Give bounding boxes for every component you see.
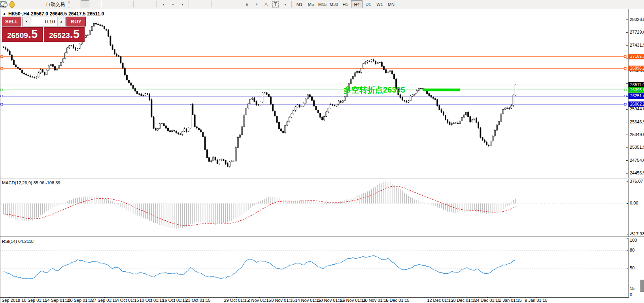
svg-text:80: 80 xyxy=(630,248,635,252)
periods-icon[interactable]: ▾ xyxy=(168,0,177,8)
tile-windows-icon[interactable] xyxy=(123,0,131,8)
autotrading-label[interactable]: 自动交易 xyxy=(46,1,65,8)
timeframe-button-d1[interactable]: D1 xyxy=(363,0,374,8)
time-axis-tick xyxy=(398,297,398,298)
macd-label: MACD(12,26,9) 85.96 -108.39 xyxy=(2,180,60,185)
svg-text:-517.93: -517.93 xyxy=(630,231,644,236)
bar-chart-icon[interactable] xyxy=(71,0,80,8)
vertical-line-icon[interactable] xyxy=(214,0,223,8)
time-axis-tick xyxy=(510,297,511,298)
cursor-icon[interactable] xyxy=(191,0,200,8)
time-axis-tick xyxy=(104,297,105,298)
macd-signal-line xyxy=(4,186,516,226)
crosshair-icon[interactable] xyxy=(201,0,210,8)
volume-input[interactable]: 0.10 xyxy=(30,17,57,26)
auto-scroll-icon[interactable] xyxy=(136,0,145,8)
time-axis-tick xyxy=(376,297,376,298)
svg-text:27431.5: 27431.5 xyxy=(630,43,644,47)
templates-icon[interactable]: ▾ xyxy=(178,0,187,8)
horizontal-line-icon[interactable] xyxy=(224,0,232,8)
time-axis-tick xyxy=(440,297,440,298)
ohlc-low: 26417.5 xyxy=(68,11,85,17)
main-chart[interactable]: 28026.527729.027431.527134.026836.526539… xyxy=(0,9,644,178)
fibonacci-icon[interactable]: F xyxy=(252,0,261,8)
svg-text:376.07: 376.07 xyxy=(630,179,643,184)
app-screen: { "toolbar": { "left_label": "单", "autot… xyxy=(0,0,644,303)
svg-text:15: 15 xyxy=(630,286,635,291)
buy-price-box[interactable]: 26523.5 xyxy=(44,27,85,42)
macd-histogram xyxy=(3,181,516,229)
buy-button[interactable]: BUY xyxy=(66,17,86,27)
rsi-line xyxy=(4,255,516,279)
time-axis-tick xyxy=(283,297,283,298)
buy-price: 26523 xyxy=(49,28,70,43)
candlestick-chart-icon[interactable] xyxy=(81,0,89,8)
autotrading-icon[interactable] xyxy=(36,0,45,8)
zoom-in-icon[interactable] xyxy=(104,0,112,8)
time-axis-tick xyxy=(236,297,237,298)
scrollbar-thumb[interactable] xyxy=(640,280,644,292)
svg-text:26062.2: 26062.2 xyxy=(630,102,644,106)
time-axis-tick xyxy=(34,297,35,298)
sell-price: 26509 xyxy=(7,28,28,43)
svg-text:25944.0: 25944.0 xyxy=(630,106,644,111)
svg-text:25349.0: 25349.0 xyxy=(630,132,644,137)
profiles-icon[interactable] xyxy=(17,0,26,8)
svg-text:26896.2: 26896.2 xyxy=(630,66,644,70)
volume-down-button[interactable]: ▼ xyxy=(23,17,30,26)
highlight-bar[interactable] xyxy=(423,89,460,91)
svg-text:24754.0: 24754.0 xyxy=(630,158,644,163)
pane-separator[interactable] xyxy=(0,179,644,179)
search-icon[interactable] xyxy=(623,0,632,8)
top-toolbar: 单 自动交易 ▾ ▾ ▾ E F A T ▾ M1M5M15M30H1H4D1W… xyxy=(0,0,644,9)
timeframe-button-h1[interactable]: H1 xyxy=(340,0,351,8)
zoom-out-icon[interactable] xyxy=(113,0,122,8)
trendline-icon[interactable] xyxy=(233,0,242,8)
svg-text:28026.5: 28026.5 xyxy=(630,17,644,22)
pane-separator[interactable] xyxy=(0,237,644,237)
channel-icon[interactable]: E xyxy=(243,0,251,8)
timeframe-button-m15[interactable]: M15 xyxy=(317,0,328,8)
indicators-icon[interactable]: ▾ xyxy=(159,0,168,8)
chat-icon[interactable] xyxy=(633,0,641,8)
timeframe-button-m30[interactable]: M30 xyxy=(328,0,340,8)
macd-pane[interactable]: 376.070.00-517.93 xyxy=(0,179,644,237)
new-order-icon[interactable] xyxy=(8,0,16,8)
time-axis-tick xyxy=(152,297,152,298)
timeframe-button-mn[interactable]: MN xyxy=(385,0,397,8)
svg-text:25646.5: 25646.5 xyxy=(630,119,644,124)
timeframe-button-m1[interactable]: M1 xyxy=(294,0,305,8)
time-axis-label: 9 Jan 01:15 xyxy=(518,298,554,303)
timeframe-button-w1[interactable]: W1 xyxy=(374,0,385,8)
volume-stepper: ▼ 0.10 ▲ xyxy=(22,17,66,27)
time-axis[interactable]: 4 Sep 201810 Sep 01:1514 Sep 01:1520 Sep… xyxy=(0,297,644,303)
sell-button[interactable]: SELL xyxy=(2,17,21,27)
chart-title: ▲HK50-,H426567.026646.526417.526511.0 xyxy=(3,11,106,17)
timeframe-button-m5[interactable]: M5 xyxy=(305,0,317,8)
collapse-icon[interactable]: ▲ xyxy=(3,12,6,15)
arrows-icon[interactable]: ▾ xyxy=(281,0,289,8)
rsi-value: 64.2118 xyxy=(18,239,34,244)
sell-price-box[interactable]: 26509.5 xyxy=(2,27,43,42)
timeframe-button-h4[interactable]: H4 xyxy=(351,0,363,8)
time-axis-tick xyxy=(81,297,81,298)
chart-shift-icon[interactable] xyxy=(145,0,154,8)
market-watch-icon[interactable] xyxy=(26,0,35,8)
time-axis-tick xyxy=(9,297,9,298)
time-axis-tick xyxy=(331,297,331,298)
text-label-icon[interactable]: T xyxy=(271,0,280,8)
svg-text:26395.6: 26395.6 xyxy=(630,87,644,92)
rsi-pane[interactable]: 1008050150 xyxy=(0,238,644,297)
pane-separator[interactable] xyxy=(0,238,644,238)
volume-up-button[interactable]: ▲ xyxy=(57,17,65,26)
text-icon[interactable]: A xyxy=(262,0,270,8)
macd-axis[interactable]: 376.070.00-517.93 xyxy=(627,179,644,236)
line-chart-icon[interactable] xyxy=(90,0,99,8)
price-lines[interactable] xyxy=(0,56,626,105)
svg-text:50: 50 xyxy=(630,265,635,270)
pane-separator[interactable] xyxy=(0,178,644,178)
ohlc-open: 26567.0 xyxy=(31,11,48,17)
ohlc-close: 26511.0 xyxy=(87,11,104,17)
svg-text:26251.4: 26251.4 xyxy=(630,93,644,98)
time-axis-tick xyxy=(175,297,175,298)
